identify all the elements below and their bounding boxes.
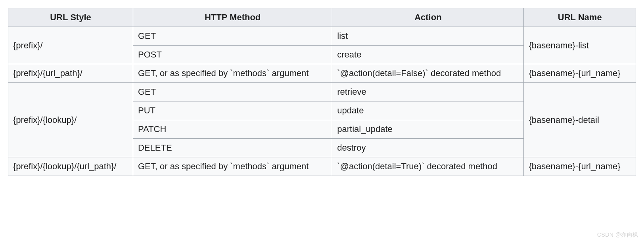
cell-url-style: {prefix}/{url_path}/ xyxy=(8,64,133,83)
cell-action: retrieve xyxy=(332,83,524,101)
table-row: {prefix}/{lookup}/{url_path}/ GET, or as… xyxy=(8,157,636,176)
table-header-row: URL Style HTTP Method Action URL Name xyxy=(8,8,636,27)
col-header-http-method: HTTP Method xyxy=(133,8,332,27)
table-row: {prefix}/{lookup}/ GET retrieve {basenam… xyxy=(8,83,636,101)
cell-http-method: PUT xyxy=(133,101,332,120)
cell-http-method: POST xyxy=(133,46,332,64)
cell-http-method: GET, or as specified by `methods` argume… xyxy=(133,157,332,176)
cell-url-style: {prefix}/ xyxy=(8,27,133,64)
table-row: {prefix}/ GET list {basename}-list xyxy=(8,27,636,46)
cell-action: `@action(detail=True)` decorated method xyxy=(332,157,524,176)
cell-url-name: {basename}-detail xyxy=(524,83,636,157)
cell-action: destroy xyxy=(332,139,524,157)
cell-http-method: GET xyxy=(133,27,332,46)
col-header-url-name: URL Name xyxy=(524,8,636,27)
cell-action: `@action(detail=False)` decorated method xyxy=(332,64,524,83)
cell-url-name: {basename}-list xyxy=(524,27,636,64)
cell-http-method: DELETE xyxy=(133,139,332,157)
cell-url-name: {basename}-{url_name} xyxy=(524,157,636,176)
cell-url-style: {prefix}/{lookup}/{url_path}/ xyxy=(8,157,133,176)
cell-http-method: GET xyxy=(133,83,332,101)
cell-http-method: GET, or as specified by `methods` argume… xyxy=(133,64,332,83)
router-url-table: URL Style HTTP Method Action URL Name {p… xyxy=(8,8,636,176)
col-header-url-style: URL Style xyxy=(8,8,133,27)
cell-url-name: {basename}-{url_name} xyxy=(524,64,636,83)
col-header-action: Action xyxy=(332,8,524,27)
cell-url-style: {prefix}/{lookup}/ xyxy=(8,83,133,157)
cell-action: list xyxy=(332,27,524,46)
cell-action: create xyxy=(332,46,524,64)
table-row: {prefix}/{url_path}/ GET, or as specifie… xyxy=(8,64,636,83)
cell-action: partial_update xyxy=(332,120,524,139)
cell-action: update xyxy=(332,101,524,120)
cell-http-method: PATCH xyxy=(133,120,332,139)
